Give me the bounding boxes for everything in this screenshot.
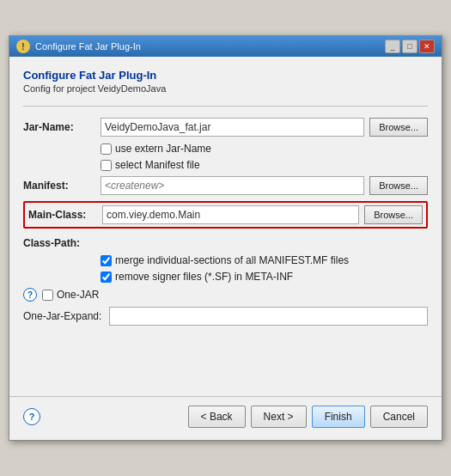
main-class-label: Main-Class: — [25, 206, 102, 223]
merge-checkbox[interactable] — [101, 255, 112, 266]
jar-name-input[interactable] — [101, 118, 364, 137]
next-button[interactable]: Next > — [251, 406, 307, 428]
remove-signer-row: remove signer files (*.SF) in META-INF — [101, 271, 428, 283]
back-button[interactable]: < Back — [188, 406, 246, 428]
title-bar: ! Configure Fat Jar Plug-In _ □ ✕ — [9, 36, 442, 57]
manifest-row: Manifest: Browse... — [23, 175, 428, 196]
class-path-section: Class-Path: — [23, 235, 428, 249]
title-bar-title: Configure Fat Jar Plug-In — [35, 41, 141, 52]
jar-name-field: Browse... — [101, 118, 428, 137]
manifest-browse-button[interactable]: Browse... — [369, 176, 428, 195]
select-manifest-row: select Manifest file — [101, 159, 428, 171]
remove-signer-label[interactable]: remove signer files (*.SF) in META-INF — [101, 271, 293, 283]
jar-name-label: Jar-Name: — [23, 121, 101, 133]
manifest-field: Browse... — [101, 176, 428, 195]
title-bar-left: ! Configure Fat Jar Plug-In — [16, 40, 141, 53]
one-jar-expand-input[interactable] — [109, 307, 428, 326]
minimize-button[interactable]: _ — [385, 40, 400, 53]
dialog-title: Configure Fat Jar Plug-In — [23, 69, 428, 82]
merge-text: merge individual-sections of all MANIFES… — [115, 254, 349, 266]
merge-label[interactable]: merge individual-sections of all MANIFES… — [101, 254, 349, 266]
use-extern-jar-label[interactable]: use extern Jar-Name — [101, 143, 211, 155]
manifest-input[interactable] — [101, 176, 364, 195]
jar-name-row: Jar-Name: Browse... — [23, 117, 428, 137]
one-jar-row: ? One-JAR — [23, 288, 428, 302]
help-button[interactable]: ? — [23, 408, 40, 425]
remove-signer-checkbox[interactable] — [101, 272, 112, 283]
main-class-input[interactable] — [102, 205, 359, 224]
warning-icon: ! — [16, 40, 30, 53]
one-jar-text: One-JAR — [57, 289, 99, 301]
cancel-button[interactable]: Cancel — [370, 406, 428, 428]
select-manifest-text: select Manifest file — [115, 159, 200, 171]
one-jar-expand-label: One-Jar-Expand: — [23, 310, 109, 322]
class-path-label: Class-Path: — [23, 235, 101, 249]
main-class-row: Main-Class: Browse... — [23, 201, 428, 229]
one-jar-help-icon[interactable]: ? — [23, 288, 37, 302]
use-extern-jar-text: use extern Jar-Name — [115, 143, 211, 155]
one-jar-checkbox-label[interactable]: One-JAR — [42, 289, 99, 301]
remove-signer-text: remove signer files (*.SF) in META-INF — [115, 271, 293, 283]
main-window: ! Configure Fat Jar Plug-In _ □ ✕ Config… — [9, 35, 442, 441]
one-jar-checkbox[interactable] — [42, 290, 53, 301]
use-extern-jar-row: use extern Jar-Name — [101, 143, 428, 155]
dialog-content: Configure Fat Jar Plug-In Config for pro… — [9, 57, 442, 396]
button-bar: ? < Back Next > Finish Cancel — [9, 396, 442, 440]
use-extern-jar-checkbox[interactable] — [101, 143, 112, 155]
one-jar-expand-row: One-Jar-Expand: — [23, 307, 428, 326]
spacer — [23, 333, 428, 384]
main-class-browse-button[interactable]: Browse... — [364, 205, 423, 224]
finish-button[interactable]: Finish — [312, 406, 365, 428]
divider — [23, 106, 428, 107]
jar-name-browse-button[interactable]: Browse... — [369, 118, 428, 137]
manifest-label: Manifest: — [23, 180, 101, 192]
select-manifest-label[interactable]: select Manifest file — [101, 159, 200, 171]
maximize-button[interactable]: □ — [402, 40, 417, 53]
merge-row: merge individual-sections of all MANIFES… — [101, 254, 428, 266]
main-class-field: Browse... — [102, 203, 426, 227]
close-button[interactable]: ✕ — [419, 40, 435, 53]
title-bar-buttons: _ □ ✕ — [385, 40, 435, 53]
select-manifest-checkbox[interactable] — [101, 160, 112, 171]
dialog-subtitle: Config for project VeidyDemoJava — [23, 83, 428, 94]
